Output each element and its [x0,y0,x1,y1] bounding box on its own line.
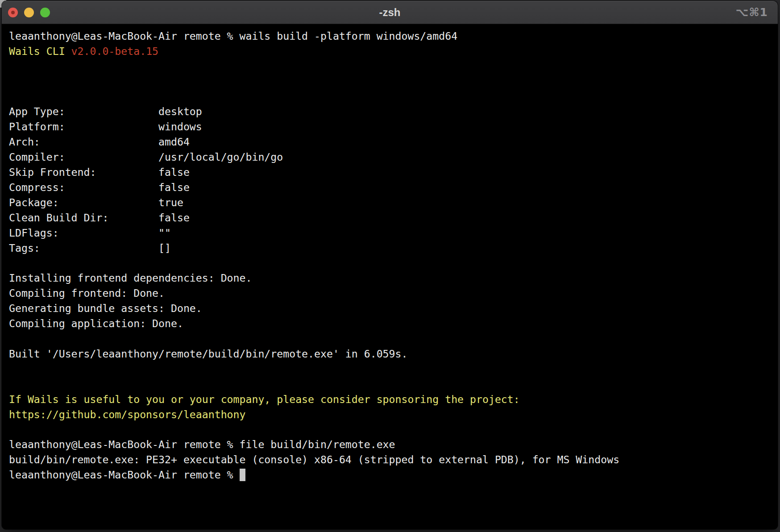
terminal-line [9,331,774,346]
terminal-text-segment: leaanthony@Leas-MacBook-Air remote % fil… [9,438,395,450]
terminal-text-segment: leaanthony@Leas-MacBook-Air remote % [9,469,240,481]
terminal-line: App Type: desktop [9,104,774,119]
terminal-line: leaanthony@Leas-MacBook-Air remote % [9,467,774,482]
terminal-line: Generating bundle assets: Done. [9,301,774,316]
terminal-line: Platform: windows [9,119,774,134]
terminal-line: build/bin/remote.exe: PE32+ executable (… [9,452,774,467]
terminal-text-segment: LDFlags: "" [9,227,171,239]
terminal-text-segment: App Type: desktop [9,105,202,117]
terminal-text-segment: Compiling application: Done. [9,317,183,329]
terminal-line: If Wails is useful to you or your compan… [9,392,774,407]
terminal-text-segment: Compiler: /usr/local/go/bin/go [9,151,283,163]
terminal-output[interactable]: leaanthony@Leas-MacBook-Air remote % wai… [2,24,778,529]
modified-indicator-icon [11,11,15,14]
terminal-line: https://github.com/sponsors/leaanthony [9,407,774,422]
terminal-text-segment: Installing frontend dependencies: Done. [9,272,252,284]
terminal-line [9,256,774,271]
terminal-text-segment: Compress: false [9,181,190,193]
terminal-text-segment: Wails CLI [9,45,71,57]
terminal-text-segment: Skip Frontend: false [9,166,190,178]
terminal-line: Compiling frontend: Done. [9,286,774,301]
zoom-button[interactable] [40,8,50,17]
terminal-text-segment: leaanthony@Leas-MacBook-Air remote % wai… [9,30,457,42]
terminal-text-segment: If Wails is useful to you or your compan… [9,393,520,405]
terminal-line: Wails CLI v2.0.0-beta.15 [9,44,774,59]
window-titlebar[interactable]: -zsh ⌥⌘1 [2,1,778,24]
terminal-line: Compiler: /usr/local/go/bin/go [9,150,774,165]
terminal-line: Clean Build Dir: false [9,210,774,225]
terminal-line [9,89,774,104]
terminal-cursor [240,469,245,481]
close-button[interactable] [8,8,18,17]
terminal-line: Compiling application: Done. [9,316,774,331]
tab-shortcut-badge: ⌥⌘1 [736,1,768,24]
terminal-text-segment: Clean Build Dir: false [9,212,190,224]
terminal-text-segment: Generating bundle assets: Done. [9,302,202,314]
terminal-line: Installing frontend dependencies: Done. [9,270,774,286]
terminal-line [9,377,774,392]
terminal-text-segment: build/bin/remote.exe: PE32+ executable (… [9,453,619,466]
terminal-text-segment: Tags: [] [9,242,171,254]
terminal-text-segment: https://github.com/sponsors/leaanthony [9,408,245,420]
terminal-text-segment: v2.0.0-beta.15 [71,45,158,57]
terminal-line: leaanthony@Leas-MacBook-Air remote % wai… [9,29,774,44]
terminal-line [9,422,774,437]
terminal-line: LDFlags: "" [9,225,774,241]
terminal-line [9,362,774,377]
terminal-window: -zsh ⌥⌘1 leaanthony@Leas-MacBook-Air rem… [2,1,778,529]
window-title: -zsh [2,1,778,24]
terminal-text-segment: Built '/Users/leaanthony/remote/build/bi… [9,348,407,360]
minimize-button[interactable] [24,8,34,17]
terminal-text-segment: Arch: amd64 [9,136,190,148]
terminal-line: Built '/Users/leaanthony/remote/build/bi… [9,346,774,362]
terminal-line: Skip Frontend: false [9,165,774,180]
terminal-line: leaanthony@Leas-MacBook-Air remote % fil… [9,437,774,452]
terminal-line: Compress: false [9,180,774,195]
terminal-line: Tags: [] [9,241,774,256]
terminal-line: Package: true [9,195,774,210]
terminal-text-segment: Platform: windows [9,121,202,133]
terminal-line [9,74,774,89]
terminal-line [9,59,774,74]
terminal-text-segment: Compiling frontend: Done. [9,287,165,299]
window-controls [8,1,50,24]
terminal-text-segment: Package: true [9,196,183,208]
terminal-line: Arch: amd64 [9,134,774,150]
